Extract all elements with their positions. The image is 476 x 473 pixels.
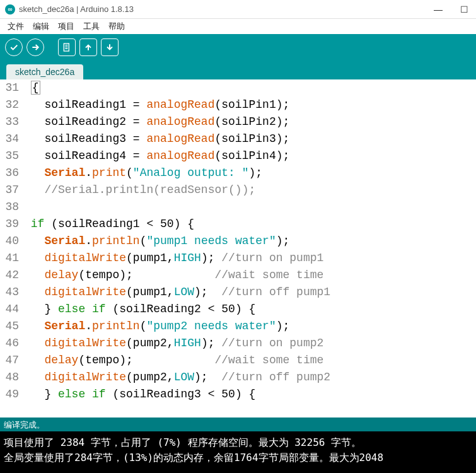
code-line[interactable]: soilReading1 = analogRead(soilPin1); <box>24 96 476 114</box>
tab-sketch[interactable]: sketch_dec26a <box>6 64 83 79</box>
line-number: 49 <box>0 386 19 403</box>
code-line[interactable]: delay(tempo); //wait some time <box>24 352 476 369</box>
line-number: 38 <box>0 199 19 216</box>
line-number: 47 <box>0 352 19 369</box>
arrow-down-icon <box>105 42 115 52</box>
console-line-2: 全局变量使用了284字节，(13%)的动态内存，余留1764字节局部变量。最大为… <box>4 450 472 465</box>
maximize-button[interactable]: ☐ <box>458 4 471 15</box>
line-number: 33 <box>0 114 19 131</box>
code-line[interactable]: Serial.println("pump2 needs water"); <box>24 318 476 335</box>
code-line[interactable]: digitalWrite(pump2,LOW); //turn off pump… <box>24 369 476 386</box>
code-editor[interactable]: 31323334353637383940414243444546474849 {… <box>0 79 476 418</box>
check-icon <box>9 42 19 52</box>
code-line[interactable]: //Serial.println(readSensor()); <box>24 182 476 199</box>
window-controls: — ☐ <box>431 4 471 15</box>
line-number: 43 <box>0 284 19 301</box>
line-number: 37 <box>0 182 19 199</box>
line-number: 40 <box>0 233 19 250</box>
code-line[interactable]: soilReading2 = analogRead(soilPin2); <box>24 114 476 131</box>
code-line[interactable]: } else if (soilReading2 < 50) { <box>24 301 476 318</box>
menu-sketch[interactable]: 项目 <box>54 20 78 33</box>
statusbar: 编译完成。 <box>0 418 476 431</box>
line-number: 32 <box>0 96 19 114</box>
open-button[interactable] <box>79 38 97 56</box>
code-line[interactable]: delay(tempo); //wait some time <box>24 267 476 284</box>
menu-tools[interactable]: 工具 <box>79 20 103 33</box>
code-area[interactable]: { soilReading1 = analogRead(soilPin1); s… <box>23 79 476 418</box>
code-line[interactable]: digitalWrite(pump2,HIGH); //turn on pump… <box>24 335 476 352</box>
window-title: sketch_dec26a | Arduino 1.8.13 <box>19 4 134 14</box>
new-button[interactable] <box>58 38 76 56</box>
verify-button[interactable] <box>5 38 23 56</box>
line-number: 48 <box>0 369 19 386</box>
line-number: 45 <box>0 318 19 335</box>
titlebar: sketch_dec26a | Arduino 1.8.13 — ☐ <box>0 0 476 19</box>
line-number: 42 <box>0 267 19 284</box>
line-number: 46 <box>0 335 19 352</box>
status-text: 编译完成。 <box>4 420 45 429</box>
code-line[interactable]: } else if (soilReading3 < 50) { <box>24 386 476 403</box>
upload-button[interactable] <box>26 38 44 56</box>
line-number: 39 <box>0 216 19 233</box>
file-icon <box>62 42 72 52</box>
console[interactable]: 项目使用了 2384 字节，占用了 (7%) 程序存储空间。最大为 32256 … <box>0 431 476 473</box>
code-line[interactable]: soilReading4 = analogRead(soilPin4); <box>24 148 476 165</box>
arduino-icon <box>5 4 15 15</box>
console-line-1: 项目使用了 2384 字节，占用了 (7%) 程序存储空间。最大为 32256 … <box>4 435 472 450</box>
line-number: 44 <box>0 301 19 318</box>
menu-help[interactable]: 帮助 <box>105 20 129 33</box>
line-number: 41 <box>0 250 19 267</box>
line-gutter: 31323334353637383940414243444546474849 <box>0 79 23 418</box>
code-line[interactable]: soilReading3 = analogRead(soilPin3); <box>24 131 476 148</box>
code-line[interactable]: { <box>24 79 476 96</box>
menu-edit[interactable]: 编辑 <box>29 20 53 33</box>
tab-label: sketch_dec26a <box>15 67 74 77</box>
code-line[interactable]: Serial.println("pump1 needs water"); <box>24 233 476 250</box>
code-line[interactable]: if (soilReading1 < 50) { <box>24 216 476 233</box>
line-number: 31 <box>0 79 19 96</box>
menu-file[interactable]: 文件 <box>4 20 28 33</box>
toolbar <box>0 34 476 61</box>
code-line[interactable] <box>24 199 476 216</box>
save-button[interactable] <box>101 38 119 56</box>
minimize-button[interactable]: — <box>431 4 445 15</box>
line-number: 34 <box>0 131 19 148</box>
line-number: 35 <box>0 148 19 165</box>
code-line[interactable]: digitalWrite(pump1,HIGH); //turn on pump… <box>24 250 476 267</box>
arrow-right-icon <box>30 42 40 52</box>
menubar: 文件 编辑 项目 工具 帮助 <box>0 19 476 34</box>
line-number: 36 <box>0 165 19 182</box>
code-line[interactable]: Serial.print("Analog output: "); <box>24 165 476 182</box>
arrow-up-icon <box>83 42 93 52</box>
tabstrip: sketch_dec26a <box>0 61 476 79</box>
code-line[interactable]: digitalWrite(pump1,LOW); //turn off pump… <box>24 284 476 301</box>
